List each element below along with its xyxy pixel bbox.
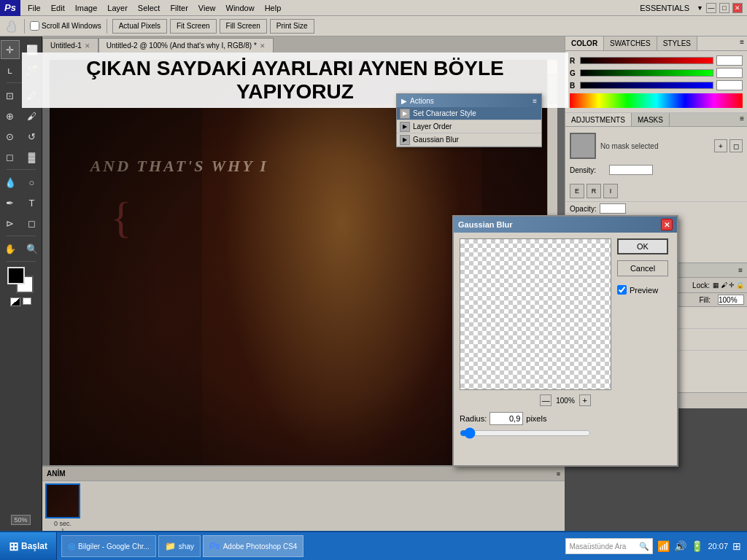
color-row-b: B <box>570 80 743 90</box>
menu-window[interactable]: Window <box>222 2 259 14</box>
mask-btn-2[interactable]: ◻ <box>729 139 743 152</box>
dodge-tool[interactable]: ○ <box>23 173 42 192</box>
tray-sound-icon[interactable]: 🔊 <box>674 540 686 552</box>
zoom-value: 100% <box>556 397 575 405</box>
restore-button[interactable]: □ <box>719 3 729 13</box>
text-tool[interactable]: T <box>23 193 42 212</box>
taskbar-item-photoshop[interactable]: Ps Adobe Photoshop CS4 <box>203 535 303 557</box>
density-input[interactable] <box>609 165 653 175</box>
actual-pixels-button[interactable]: Actual Pixels <box>112 19 167 34</box>
cancel-button[interactable]: Cancel <box>617 260 668 276</box>
doc-tab-1-close[interactable]: ✕ <box>85 42 90 50</box>
actions-item-2[interactable]: ▶ Layer Order <box>397 120 541 133</box>
clone-tool[interactable]: ⊙ <box>1 127 20 146</box>
menu-filter[interactable]: Filter <box>166 2 192 14</box>
fit-screen-button[interactable]: Fit Screen <box>170 19 217 34</box>
menu-file[interactable]: File <box>23 2 45 14</box>
invert-btn[interactable]: I <box>603 184 618 198</box>
tab-adjustments[interactable]: ADJUSTMENTS <box>565 113 632 126</box>
swap-colors-icon[interactable] <box>10 298 20 306</box>
lock-move-icon[interactable]: ✛ <box>729 281 735 289</box>
fill-screen-button[interactable]: Fill Screen <box>220 19 267 34</box>
g-input[interactable] <box>716 68 743 78</box>
ok-button[interactable]: OK <box>617 238 668 254</box>
brush-tool[interactable]: 🖌 <box>23 106 42 125</box>
doc-tab-2[interactable]: Untitled-2 @ 100% (And that's why I, RGB… <box>98 38 274 52</box>
animation-menu-icon[interactable]: ≡ <box>557 470 560 478</box>
gradient-tool[interactable]: ▓ <box>23 147 42 166</box>
essentials-dropdown-icon[interactable]: ▼ <box>697 4 703 12</box>
hand-tool-icon[interactable] <box>3 18 19 34</box>
radius-slider[interactable] <box>460 428 591 438</box>
search-box[interactable]: Masaüstünde Ara 🔍 <box>565 538 653 554</box>
healing-tool[interactable]: ⊕ <box>1 106 20 125</box>
menu-edit[interactable]: Edit <box>47 2 69 14</box>
color-panel-menu[interactable]: ≡ <box>737 36 747 50</box>
actions-item-3[interactable]: ▶ Gaussian Blur <box>397 133 541 147</box>
show-desktop-icon[interactable]: ⊞ <box>732 540 741 552</box>
crop-tool[interactable]: ⊡ <box>1 86 20 105</box>
default-colors-icon[interactable] <box>23 298 31 305</box>
lock-paint-icon[interactable]: 🖌 <box>721 281 727 289</box>
fg-color-swatch[interactable] <box>7 267 25 284</box>
layers-menu-icon[interactable]: ≡ <box>738 266 743 274</box>
dialog-title: Gaussian Blur <box>458 220 513 229</box>
doc-tab-2-close[interactable]: ✕ <box>260 42 266 50</box>
lock-all-icon[interactable]: 🔒 <box>736 281 744 289</box>
r-slider[interactable] <box>580 57 713 64</box>
close-button[interactable]: ✕ <box>732 3 743 13</box>
tab-swatches[interactable]: SWATCHES <box>604 36 657 50</box>
zoom-out-btn[interactable]: — <box>540 394 551 406</box>
doc-tab-1[interactable]: Untitled-1 ✕ <box>42 38 98 52</box>
menu-view[interactable]: View <box>194 2 220 14</box>
taskbar-item-bilgiler[interactable]: ◎ Bilgiler - Google Chr... <box>61 535 156 557</box>
mask-btn-1[interactable]: + <box>714 139 727 152</box>
dialog-buttons: OK Cancel Preview <box>617 238 668 394</box>
eraser-tool[interactable]: ◻ <box>1 147 20 166</box>
edge-btn[interactable]: E <box>570 184 584 198</box>
dialog-close-button[interactable]: ✕ <box>661 219 673 230</box>
actions-panel-menu[interactable]: ≡ <box>533 97 537 105</box>
zoom-tool[interactable]: 🔍 <box>23 239 42 258</box>
print-size-button[interactable]: Print Size <box>270 19 314 34</box>
taskbar-item-shay[interactable]: 📁 shay <box>158 535 201 557</box>
g-slider[interactable] <box>580 69 713 77</box>
opacity-input[interactable] <box>600 203 626 214</box>
tab-styles[interactable]: STYLES <box>657 36 697 50</box>
menu-layer[interactable]: Layer <box>103 2 132 14</box>
tray-network-icon[interactable]: 📶 <box>657 540 670 552</box>
history-tool[interactable]: ↺ <box>23 127 42 146</box>
menu-image[interactable]: Image <box>71 2 102 14</box>
menu-select[interactable]: Select <box>133 2 165 14</box>
actions-item-1[interactable]: ▶ Set Character Style <box>397 107 541 120</box>
radius-input[interactable] <box>489 412 523 425</box>
menu-help[interactable]: Help <box>260 2 286 14</box>
minimize-button[interactable]: — <box>706 3 716 13</box>
lasso-tool[interactable]: ʟ <box>1 61 20 79</box>
b-input[interactable] <box>716 80 743 90</box>
lock-transparent-icon[interactable]: ▦ <box>713 281 719 289</box>
adj-panel-menu[interactable]: ≡ <box>737 113 747 126</box>
zoom-in-btn[interactable]: + <box>579 394 591 406</box>
color-spectrum[interactable] <box>570 93 743 108</box>
start-button[interactable]: ⊞ Başlat <box>0 532 57 560</box>
shape-tool[interactable]: ◻ <box>23 214 42 233</box>
tab-color[interactable]: COLOR <box>565 36 604 50</box>
tray-power-icon[interactable]: 🔋 <box>691 540 703 552</box>
r-input[interactable] <box>716 55 743 66</box>
tab-masks[interactable]: MASKS <box>632 113 670 126</box>
hand-tool-left[interactable]: ✋ <box>1 239 20 258</box>
scroll-all-input[interactable] <box>30 21 39 31</box>
fill-opt-input[interactable] <box>718 295 744 305</box>
b-slider[interactable] <box>580 82 713 89</box>
move-tool[interactable]: ✛ <box>1 40 20 59</box>
path-tool[interactable]: ⊳ <box>1 214 20 233</box>
dialog-main-row: OK Cancel Preview <box>460 238 671 394</box>
frame-thumbnail[interactable] <box>45 483 80 518</box>
blur-tool[interactable]: 💧 <box>1 173 20 192</box>
animation-frame-1[interactable]: 0 sec. 1 <box>45 483 80 534</box>
scroll-all-checkbox[interactable]: Scroll All Windows <box>30 21 101 31</box>
pen-tool[interactable]: ✒ <box>1 193 20 212</box>
range-btn[interactable]: R <box>587 184 601 198</box>
preview-checkbox-input[interactable] <box>617 285 627 295</box>
